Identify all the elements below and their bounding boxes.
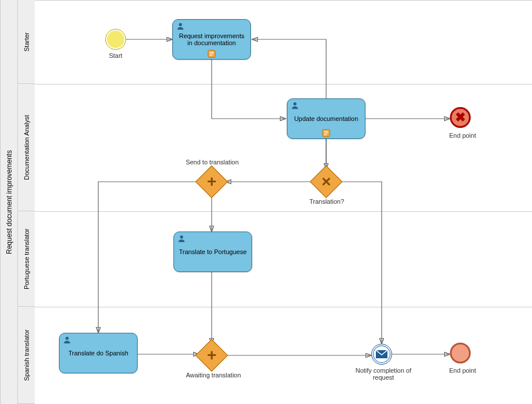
lane-analyst xyxy=(35,84,532,211)
svg-point-5 xyxy=(65,337,68,340)
end-event-plain[interactable] xyxy=(450,343,471,363)
start-event-label: Start xyxy=(98,52,133,59)
event-notify-label: Notify completion of request xyxy=(352,367,415,381)
event-notify-completion[interactable] xyxy=(371,344,392,365)
pool-title: Request document improvements xyxy=(0,0,17,404)
lane-title-portuguese: Portuguese translator xyxy=(17,211,35,307)
note-icon xyxy=(208,50,216,58)
task-request-improvements[interactable]: Request improvements in documentation xyxy=(172,19,251,60)
lane-title-starter: Starter xyxy=(17,0,35,84)
user-icon xyxy=(63,336,71,344)
user-icon xyxy=(291,101,299,109)
task-label: Translate do Spanish xyxy=(68,350,128,357)
lane-title-analyst: Documentation Analyst xyxy=(17,84,35,211)
gateway-translation-label: Translation? xyxy=(301,198,353,205)
task-update-documentation[interactable]: Update documentation xyxy=(287,98,365,139)
lane-title-spanish: Spanish translator xyxy=(17,307,35,404)
task-translate-portuguese[interactable]: Translate to Portuguese xyxy=(173,232,252,272)
lane-portuguese xyxy=(35,211,532,307)
svg-point-4 xyxy=(180,236,183,238)
envelope-icon xyxy=(376,350,387,358)
task-translate-spanish[interactable]: Translate do Spanish xyxy=(59,333,138,373)
note-icon xyxy=(322,129,330,137)
task-label: Update documentation xyxy=(294,115,359,122)
gateway-send-label: Send to translation xyxy=(180,159,244,166)
end-cancel-label: End point xyxy=(439,132,486,139)
start-event[interactable] xyxy=(105,29,126,50)
user-icon xyxy=(176,22,184,30)
task-label: Request improvements in documentation xyxy=(176,32,247,46)
gateway-awaiting-label: Awaiting translation xyxy=(182,372,245,379)
end-plain-label: End point xyxy=(439,367,486,374)
svg-point-2 xyxy=(293,102,296,105)
end-event-cancel[interactable] xyxy=(450,107,471,128)
svg-point-0 xyxy=(179,23,182,26)
task-label: Translate to Portuguese xyxy=(179,248,247,255)
user-icon xyxy=(178,234,186,243)
